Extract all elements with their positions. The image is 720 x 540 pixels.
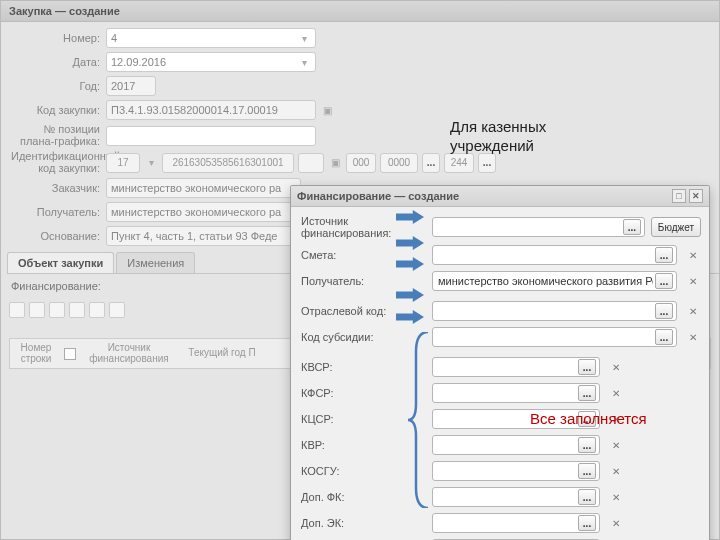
input-customer <box>111 182 296 194</box>
input-smeta[interactable] <box>436 249 655 261</box>
clear-icon[interactable]: ✕ <box>608 514 624 532</box>
browse-button[interactable]: ... <box>623 219 641 235</box>
browse-button[interactable]: ... <box>578 515 596 531</box>
brace-icon <box>408 332 432 508</box>
input-subsidy[interactable] <box>436 331 655 343</box>
label-id: Идентификационный код закупки: <box>11 151 106 174</box>
input-date[interactable] <box>111 56 298 68</box>
input-kvr[interactable] <box>436 439 578 451</box>
clear-icon[interactable]: ✕ <box>685 246 701 264</box>
browse-button[interactable]: ... <box>655 273 673 289</box>
gear-icon[interactable] <box>109 302 125 318</box>
dropdown-icon[interactable]: ▾ <box>298 31 311 45</box>
label-basis: Основание: <box>11 230 106 242</box>
clear-icon[interactable]: ✕ <box>685 272 701 290</box>
input-kvsr[interactable] <box>436 361 578 373</box>
input-recipient2[interactable] <box>436 275 655 287</box>
clear-icon[interactable]: ✕ <box>608 488 624 506</box>
browse-button[interactable]: ... <box>578 489 596 505</box>
chevron-down-icon[interactable]: ▾ <box>144 156 158 170</box>
input-year <box>111 80 151 92</box>
id-btn[interactable]: ... <box>422 153 440 173</box>
id-seg5[interactable]: 0000 <box>380 153 418 173</box>
find-icon[interactable] <box>89 302 105 318</box>
delete-icon[interactable] <box>69 302 85 318</box>
label-smeta: Смета: <box>301 249 426 261</box>
label-year: Год: <box>11 80 106 92</box>
browse-button[interactable]: ... <box>578 437 596 453</box>
input-branch[interactable] <box>436 305 655 317</box>
clear-icon[interactable]: ✕ <box>608 384 624 402</box>
tab-changes[interactable]: Изменения <box>116 252 195 273</box>
close-icon[interactable]: ✕ <box>689 189 703 203</box>
note-fill: Все заполняется <box>530 410 650 429</box>
label-code: Код закупки: <box>11 104 106 116</box>
input-source[interactable] <box>436 221 623 233</box>
tab-object[interactable]: Объект закупки <box>7 252 114 273</box>
browse-button[interactable]: ... <box>655 247 673 263</box>
calendar-icon[interactable]: ▾ <box>298 55 311 69</box>
clear-icon[interactable]: ✕ <box>608 358 624 376</box>
clear-icon[interactable]: ✕ <box>608 462 624 480</box>
id-seg2[interactable]: 2616305358561630​1001 <box>162 153 294 173</box>
main-title: Закупка — создание <box>1 1 719 22</box>
copy-icon[interactable]: ▣ <box>320 103 334 117</box>
label-dopek: Доп. ЭК: <box>301 517 426 529</box>
browse-button[interactable]: ... <box>655 329 673 345</box>
modal-body: Источник финансирования: ... Бюджет Смет… <box>291 207 709 540</box>
browse-button[interactable]: ... <box>655 303 673 319</box>
copy-icon[interactable]: ▣ <box>328 156 342 170</box>
input-recipient <box>111 206 296 218</box>
maximize-icon[interactable]: □ <box>672 189 686 203</box>
label-customer: Заказчик: <box>11 182 106 194</box>
th-source: Источник финансирования <box>84 343 174 364</box>
input-plan-pos[interactable] <box>111 130 311 142</box>
id-seg1[interactable]: 17 <box>106 153 140 173</box>
id-seg6[interactable]: 244 <box>444 153 474 173</box>
id-btn2[interactable]: ... <box>478 153 496 173</box>
th-year: Текущий год П <box>182 348 262 359</box>
browse-button[interactable]: ... <box>578 359 596 375</box>
label-recipient: Получатель: <box>11 206 106 218</box>
budget-button[interactable]: Бюджет <box>651 217 701 237</box>
input-dopfk[interactable] <box>436 491 578 503</box>
th-checkbox[interactable] <box>64 348 76 360</box>
input-dopek[interactable] <box>436 517 578 529</box>
modal-title: Финансирование — создание <box>297 190 459 202</box>
input-number[interactable] <box>111 32 298 44</box>
input-basis <box>111 230 296 242</box>
clear-icon[interactable]: ✕ <box>685 302 701 320</box>
input-kfsr[interactable] <box>436 387 578 399</box>
add-icon[interactable] <box>29 302 45 318</box>
new-icon[interactable] <box>9 302 25 318</box>
id-seg3[interactable] <box>298 153 324 173</box>
id-seg4[interactable]: 000 <box>346 153 376 173</box>
note-top: Для казенных учреждений <box>450 118 630 156</box>
label-recipient2: Получатель: <box>301 275 426 287</box>
id-row: 17 ▾ 2616305358561630​1001 ▣ 000 0000 ..… <box>106 153 496 173</box>
edit-icon[interactable] <box>49 302 65 318</box>
browse-button[interactable]: ... <box>578 463 596 479</box>
clear-icon[interactable]: ✕ <box>608 436 624 454</box>
th-row: Номер строки <box>16 343 56 364</box>
input-kosgu[interactable] <box>436 465 578 477</box>
clear-icon[interactable]: ✕ <box>685 328 701 346</box>
label-plan-pos: № позиции плана-графика: <box>11 124 106 147</box>
label-number: Номер: <box>11 32 106 44</box>
label-date: Дата: <box>11 56 106 68</box>
financing-modal: Финансирование — создание □ ✕ Источник ф… <box>290 185 710 540</box>
input-code <box>111 104 311 116</box>
browse-button[interactable]: ... <box>578 385 596 401</box>
